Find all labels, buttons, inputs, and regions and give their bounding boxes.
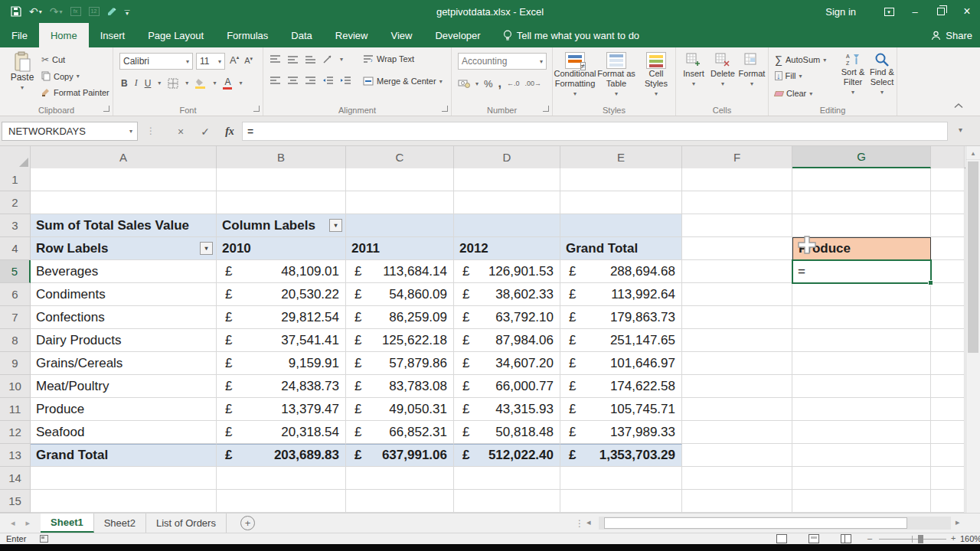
ribbon-tab-review[interactable]: Review bbox=[324, 23, 380, 47]
cell-E6[interactable]: £113,992.64 bbox=[560, 283, 682, 306]
cell-partial-15[interactable] bbox=[931, 490, 965, 513]
increase-decimal-icon[interactable]: ←.0 bbox=[507, 80, 520, 87]
alignment-dialog-launcher[interactable] bbox=[442, 106, 448, 112]
close-button[interactable]: × bbox=[954, 0, 980, 23]
cell-F9[interactable] bbox=[682, 352, 792, 375]
cell-B7[interactable]: £29,812.54 bbox=[217, 306, 346, 329]
zoom-slider-thumb[interactable] bbox=[918, 535, 923, 543]
row-header-3[interactable]: 3 bbox=[0, 214, 31, 237]
decrease-indent-icon[interactable] bbox=[322, 77, 334, 86]
save-icon[interactable] bbox=[11, 6, 21, 17]
row-header-14[interactable]: 14 bbox=[0, 467, 31, 490]
cell-partial-8[interactable] bbox=[931, 329, 965, 352]
cell-partial-14[interactable] bbox=[931, 467, 965, 490]
ribbon-tab-home[interactable]: Home bbox=[39, 23, 89, 47]
cell-B13[interactable]: £203,689.83 bbox=[217, 444, 346, 467]
cell-A5[interactable]: Beverages bbox=[31, 260, 217, 283]
row-header-8[interactable]: 8 bbox=[0, 329, 31, 352]
page-break-view-icon[interactable] bbox=[841, 534, 851, 543]
copy-button[interactable]: Copy▾ bbox=[41, 71, 80, 81]
cell-styles-button[interactable]: Cell Styles▾ bbox=[638, 52, 675, 99]
cell-G13[interactable] bbox=[792, 444, 931, 467]
tab-scroll-splitter[interactable]: ⋮ bbox=[575, 518, 584, 529]
cell-G3[interactable] bbox=[792, 214, 931, 237]
restore-button[interactable] bbox=[928, 0, 954, 23]
font-dialog-launcher[interactable] bbox=[253, 106, 260, 112]
row-header-13[interactable]: 13 bbox=[0, 444, 31, 467]
cell-A2[interactable] bbox=[31, 191, 217, 214]
ribbon-tab-file[interactable]: File bbox=[0, 23, 39, 47]
cell-partial-10[interactable] bbox=[931, 375, 965, 398]
cell-C11[interactable]: £49,050.31 bbox=[346, 398, 454, 421]
share-button[interactable]: Share bbox=[931, 23, 972, 47]
column-labels-filter-dropdown-icon[interactable]: ▾ bbox=[329, 219, 342, 232]
cell-partial-11[interactable] bbox=[931, 398, 965, 421]
scroll-up-icon[interactable]: ▴ bbox=[966, 146, 980, 160]
row-header-9[interactable]: 9 bbox=[0, 352, 31, 375]
cell-C13[interactable]: £637,991.06 bbox=[346, 444, 454, 467]
clear-button[interactable]: Clear▾ bbox=[775, 89, 812, 98]
cell-B9[interactable]: £9,159.91 bbox=[217, 352, 346, 375]
sign-in-button[interactable]: Sign in bbox=[825, 6, 856, 18]
increase-font-icon[interactable]: A▴ bbox=[230, 54, 239, 66]
cut-button[interactable]: ✂Cut bbox=[41, 54, 65, 65]
cell-G8[interactable] bbox=[792, 329, 931, 352]
vertical-scroll-thumb[interactable] bbox=[968, 161, 978, 353]
sheet-tab-sheet2[interactable]: Sheet2 bbox=[94, 514, 146, 533]
font-size-combo[interactable]: 11▾ bbox=[196, 53, 225, 70]
cell-G7[interactable] bbox=[792, 306, 931, 329]
cell-C3[interactable] bbox=[346, 214, 454, 237]
borders-icon[interactable] bbox=[168, 78, 178, 89]
cell-E4[interactable]: Grand Total bbox=[560, 237, 682, 260]
formula-input[interactable]: = bbox=[242, 122, 948, 141]
cell-C15[interactable] bbox=[346, 490, 454, 513]
cell-F6[interactable] bbox=[682, 283, 792, 306]
cell-G14[interactable] bbox=[792, 467, 931, 490]
cell-B8[interactable]: £37,541.41 bbox=[217, 329, 346, 352]
decrease-decimal-icon[interactable]: .00→ bbox=[525, 80, 542, 87]
cell-F11[interactable] bbox=[682, 398, 792, 421]
row-header-10[interactable]: 10 bbox=[0, 375, 31, 398]
cell-B6[interactable]: £20,530.22 bbox=[217, 283, 346, 306]
cell-C6[interactable]: £54,860.09 bbox=[346, 283, 454, 306]
bold-button[interactable]: B bbox=[121, 78, 128, 89]
cell-A14[interactable] bbox=[31, 467, 217, 490]
cell-B12[interactable]: £20,318.54 bbox=[217, 421, 346, 444]
undo-icon[interactable]: ↶▾ bbox=[29, 5, 42, 18]
row-labels-filter-dropdown-icon[interactable]: ▾ bbox=[200, 242, 213, 255]
cell-partial-2[interactable] bbox=[931, 191, 965, 214]
cell-C10[interactable]: £83,783.08 bbox=[346, 375, 454, 398]
cell-B2[interactable] bbox=[217, 191, 346, 214]
cell-D10[interactable]: £66,000.77 bbox=[454, 375, 560, 398]
cell-partial-4[interactable] bbox=[931, 237, 965, 260]
cell-F4[interactable] bbox=[682, 237, 792, 260]
cell-G6[interactable] bbox=[792, 283, 931, 306]
cell-E12[interactable]: £137,989.33 bbox=[560, 421, 682, 444]
find-select-button[interactable]: Find & Select▾ bbox=[868, 52, 896, 97]
sheet-nav-left-icon[interactable]: ◂ bbox=[11, 518, 15, 528]
cell-C4[interactable]: 2011 bbox=[346, 237, 454, 260]
conditional-formatting-button[interactable]: ≠ Conditional Formatting▾ bbox=[555, 52, 595, 99]
paste-button[interactable]: Paste▾ bbox=[6, 51, 38, 93]
cell-D3[interactable] bbox=[454, 214, 560, 237]
row-header-11[interactable]: 11 bbox=[0, 398, 31, 421]
fill-color-icon[interactable] bbox=[195, 78, 206, 89]
cell-A12[interactable]: Seafood bbox=[31, 421, 217, 444]
cell-F1[interactable] bbox=[682, 168, 792, 191]
align-top-icon[interactable] bbox=[270, 55, 281, 64]
ribbon-tab-developer[interactable]: Developer bbox=[423, 23, 492, 47]
align-left-icon[interactable] bbox=[270, 77, 281, 86]
cell-D8[interactable]: £87,984.06 bbox=[454, 329, 560, 352]
cell-C2[interactable] bbox=[346, 191, 454, 214]
cell-D14[interactable] bbox=[454, 467, 560, 490]
column-header-A[interactable]: A bbox=[31, 146, 217, 168]
comma-style-icon[interactable]: , bbox=[498, 77, 501, 90]
cell-D12[interactable]: £50,818.48 bbox=[454, 421, 560, 444]
cell-F7[interactable] bbox=[682, 306, 792, 329]
increase-indent-icon[interactable] bbox=[340, 77, 351, 86]
horizontal-scroll-thumb[interactable] bbox=[604, 517, 907, 529]
cell-D1[interactable] bbox=[454, 168, 560, 191]
format-painter-button[interactable]: Format Painter bbox=[41, 88, 109, 97]
cell-D11[interactable]: £43,315.93 bbox=[454, 398, 560, 421]
vertical-scrollbar[interactable]: ▴ bbox=[965, 146, 980, 513]
